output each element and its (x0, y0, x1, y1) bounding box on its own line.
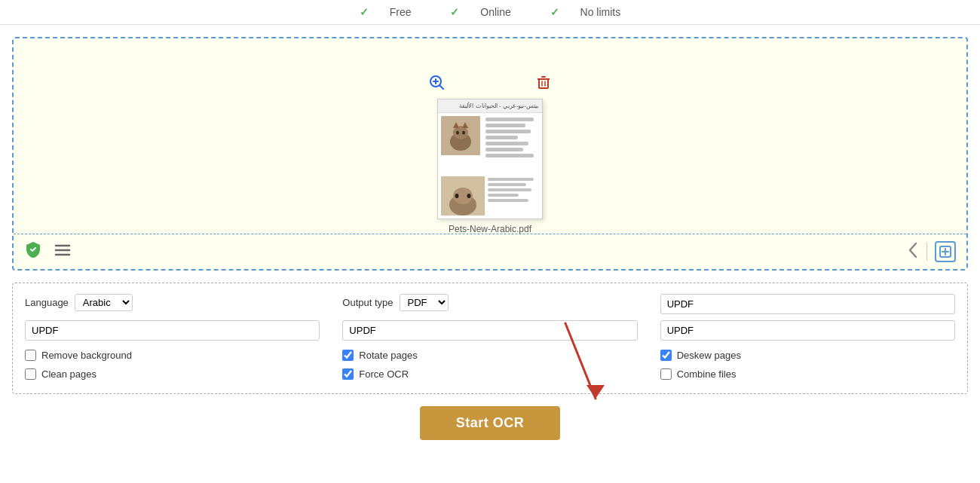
thumb-text-lines (485, 116, 539, 173)
red-arrow (550, 316, 626, 416)
clean-pages-label[interactable]: Clean pages (41, 368, 96, 380)
zoom-button[interactable] (428, 74, 445, 94)
remove-background-label[interactable]: Remove background (41, 350, 132, 361)
col3-input-container (660, 320, 955, 341)
add-file-button[interactable] (935, 241, 956, 262)
svg-line-1 (440, 85, 444, 89)
file-name: Pets-New-Arabic.pdf (449, 224, 531, 234)
list-icon[interactable] (54, 243, 71, 261)
output-label: Output type (342, 297, 393, 308)
language-select[interactable]: Arabic English French (75, 294, 133, 311)
toolbar-left (24, 240, 71, 263)
remove-background-checkbox[interactable] (25, 350, 36, 361)
col3-top-input-container (660, 294, 955, 314)
deskew-pages-row: Deskew pages (660, 350, 955, 361)
options-panel: Language Arabic English French Output ty… (12, 283, 968, 394)
language-label: Language (25, 297, 69, 308)
no-limits-badge: ✓ No limits (541, 6, 630, 18)
file-actions (428, 74, 552, 94)
rotate-pages-label[interactable]: Rotate pages (359, 350, 417, 361)
language-row: Language Arabic English French (25, 294, 320, 311)
toolbar-right (908, 241, 956, 262)
prev-icon[interactable] (908, 242, 919, 262)
delete-button[interactable] (535, 74, 552, 94)
output-type-row: Output type PDF Word Text (342, 294, 637, 311)
free-badge: ✓ Free (351, 6, 424, 18)
top-bar: ✓ Free ✓ Online ✓ No limits (0, 0, 980, 25)
online-badge: ✓ Online (441, 6, 522, 18)
thumb-content (438, 113, 542, 176)
clean-pages-row: Clean pages (25, 368, 320, 380)
deskew-pages-label[interactable]: Deskew pages (677, 350, 741, 361)
combine-files-label[interactable]: Combine files (677, 368, 737, 380)
svg-point-19 (455, 194, 459, 198)
force-ocr-label[interactable]: Force OCR (359, 368, 409, 380)
thumb-header: بيتس-نيو-عربي - الحيوانات الأليفة (438, 99, 542, 113)
start-ocr-button[interactable]: Start OCR (420, 406, 561, 440)
svg-rect-4 (539, 79, 548, 88)
drop-zone[interactable]: بيتس-نيو-عربي - الحيوانات الأليفة (12, 37, 968, 271)
file-preview-area: بيتس-نيو-عربي - الحيوانات الأليفة (428, 74, 552, 234)
col1-input-container (25, 320, 320, 341)
svg-marker-28 (586, 385, 605, 399)
remove-bg-row: Remove background (25, 350, 320, 361)
drop-toolbar (14, 234, 966, 269)
combine-files-checkbox[interactable] (660, 368, 672, 380)
output-select[interactable]: PDF Word Text (400, 294, 449, 311)
svg-point-14 (456, 130, 459, 134)
divider (926, 243, 927, 261)
file-thumbnail: بيتس-نيو-عربي - الحيوانات الأليفة (437, 99, 543, 219)
svg-point-15 (462, 130, 465, 134)
rotate-pages-checkbox[interactable] (342, 350, 354, 361)
col3-top-input[interactable] (660, 294, 955, 314)
svg-point-20 (467, 194, 471, 198)
col1-input[interactable] (25, 320, 320, 341)
deskew-pages-checkbox[interactable] (660, 350, 672, 361)
combine-files-row: Combine files (660, 368, 955, 380)
col3-input[interactable] (660, 320, 955, 341)
shield-icon (24, 240, 42, 263)
force-ocr-checkbox[interactable] (342, 368, 354, 380)
clean-pages-checkbox[interactable] (25, 368, 36, 380)
